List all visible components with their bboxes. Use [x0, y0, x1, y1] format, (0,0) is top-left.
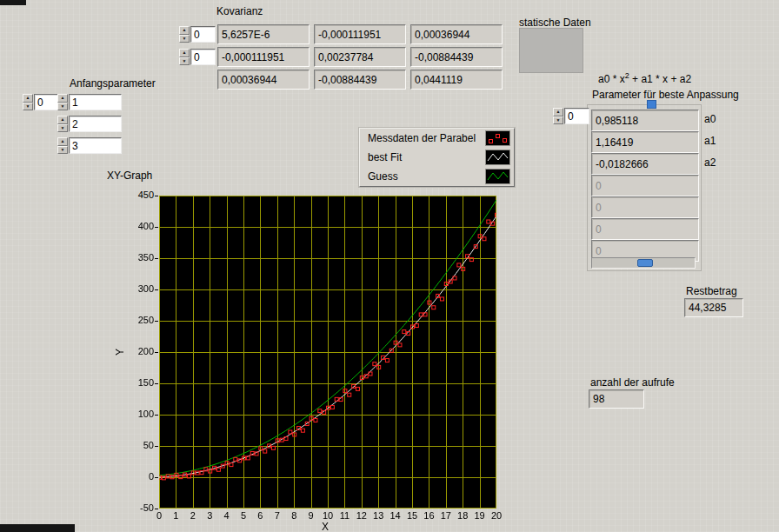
legend-label: Messdaten der Parabel [368, 132, 485, 144]
kovarianz-col-index-control[interactable]: ▲ ▼ 0 [179, 49, 216, 65]
anfangsparameter-item-2[interactable]: ▲ ▼ 3 [57, 137, 122, 154]
decrement-icon[interactable]: ▼ [179, 35, 190, 43]
window-corner-artifact-bottom [0, 524, 75, 532]
kovarianz-col-index-spinner[interactable]: ▲ ▼ [179, 49, 190, 65]
kovarianz-cell: -0,000111951 [217, 47, 310, 67]
y-tick-label: 450 [128, 190, 154, 201]
best-fit-value-a2: -0,0182666 [591, 153, 699, 175]
anfangsparameter-item-2-spinner[interactable]: ▲ ▼ [57, 137, 68, 154]
x-axis-label: X [322, 521, 329, 532]
kovarianz-cell: 0,00237784 [314, 47, 406, 67]
best-fit-value-unused: 0 [591, 175, 699, 196]
best-fit-index-spinner[interactable]: ▲ ▼ [553, 108, 563, 124]
anfangsparameter-item-1[interactable]: ▲ ▼ 2 [57, 116, 122, 132]
kovarianz-cell: 0,0441119 [410, 70, 503, 90]
legend-label: best Fit [368, 151, 485, 163]
anfangsparameter-index-spinner[interactable]: ▲ ▼ [23, 94, 33, 110]
best-fit-value-unused: 0 [591, 196, 699, 218]
legend-row-best-fit[interactable]: best Fit [360, 148, 514, 167]
y-tick-label: 200 [128, 346, 154, 357]
aufrufe-label: anzahl der aufrufe [590, 376, 675, 389]
anfangsparameter-item-0[interactable]: ▲ ▼ 1 [57, 94, 122, 110]
kovarianz-matrix: 5,6257E-6 -0,000111951 0,00036944 -0,000… [217, 24, 503, 90]
x-tick-label: 20 [487, 510, 506, 522]
best-fit-index-control[interactable]: ▲ ▼ 0 [553, 108, 589, 124]
increment-icon[interactable]: ▲ [179, 49, 190, 57]
y-tick-label: 350 [128, 252, 154, 263]
best-fit-value-a1: 1,16419 [591, 131, 699, 153]
y-tick-label: 400 [128, 221, 154, 232]
y-tick-mark [155, 383, 158, 384]
anfangsparameter-label: Anfangsparameter [70, 77, 156, 90]
aufrufe-value: 98 [589, 389, 644, 409]
line-plot-style-icon[interactable] [485, 169, 510, 184]
y-tick-mark [155, 352, 158, 353]
legend-row-guess[interactable]: Guess [360, 167, 514, 186]
best-fit-value-a0: 0,985118 [591, 110, 699, 131]
kovarianz-cell: -0,00884439 [314, 70, 406, 90]
anfangsparameter-item-2-input[interactable]: 3 [69, 137, 122, 154]
y-tick-mark [155, 321, 158, 322]
y-tick-mark [155, 289, 158, 290]
kovarianz-cell: 0,00036944 [217, 70, 310, 90]
anfangsparameter-index-control[interactable]: ▲ ▼ 0 [23, 94, 59, 110]
kovarianz-cell: -0,00884439 [410, 47, 503, 67]
array-scroll-indicator[interactable] [647, 100, 656, 109]
labview-front-panel: Kovarianz ▲ ▼ 0 ▲ ▼ 0 5,6257E-6 -0,00011… [0, 0, 779, 532]
y-tick-label: 300 [128, 283, 154, 295]
xy-graph-title: XY-Graph [107, 170, 152, 182]
y-tick-mark [155, 509, 158, 509]
increment-icon[interactable]: ▲ [57, 137, 68, 146]
decrement-icon[interactable]: ▼ [57, 103, 68, 111]
xy-graph-plot-area [159, 196, 496, 509]
increment-icon[interactable]: ▲ [57, 94, 68, 103]
anfangsparameter-index-value[interactable]: 0 [34, 94, 59, 110]
restbetrag-value: 44,3285 [684, 298, 743, 317]
kovarianz-cell: 5,6257E-6 [217, 24, 310, 44]
y-tick-mark [155, 258, 158, 259]
decrement-icon[interactable]: ▼ [553, 116, 563, 125]
y-tick-mark [155, 446, 158, 447]
best-fit-index-value[interactable]: 0 [564, 108, 589, 124]
scrollbar-thumb[interactable] [637, 259, 653, 267]
kovarianz-row-index-control[interactable]: ▲ ▼ 0 [179, 26, 216, 43]
y-tick-mark [155, 477, 158, 478]
kovarianz-col-index-value[interactable]: 0 [190, 49, 216, 65]
line-plot-style-icon[interactable] [485, 150, 510, 165]
increment-icon[interactable]: ▲ [553, 108, 563, 116]
best-fit-array-scrollbar[interactable] [591, 257, 696, 269]
increment-icon[interactable]: ▲ [57, 116, 68, 124]
decrement-icon[interactable]: ▼ [57, 124, 68, 133]
row-label-a1: a1 [704, 135, 716, 147]
decrement-icon[interactable]: ▼ [23, 103, 33, 111]
anfangsparameter-item-1-spinner[interactable]: ▲ ▼ [57, 116, 68, 132]
y-tick-mark [155, 227, 158, 228]
anfangsparameter-item-0-spinner[interactable]: ▲ ▼ [57, 94, 68, 110]
decrement-icon[interactable]: ▼ [179, 57, 190, 66]
scatter-plot-style-icon[interactable] [485, 130, 510, 146]
plot-legend: Messdaten der Parabel best Fit Guess [359, 128, 515, 187]
best-fit-value-unused: 0 [591, 218, 699, 240]
y-tick-mark [155, 196, 158, 196]
y-tick-label: 250 [128, 315, 154, 326]
increment-icon[interactable]: ▲ [179, 26, 190, 35]
y-tick-label: 150 [128, 377, 154, 389]
increment-icon[interactable]: ▲ [23, 94, 33, 103]
restbetrag-label: Restbetrag [686, 285, 737, 297]
kovarianz-row-index-value[interactable]: 0 [190, 26, 216, 43]
anfangsparameter-item-0-input[interactable]: 1 [69, 94, 122, 110]
kovarianz-label: Kovarianz [216, 5, 263, 17]
legend-row-messdaten[interactable]: Messdaten der Parabel [360, 129, 514, 148]
best-fit-params-label: Parameter für beste Anpassung [592, 89, 739, 101]
legend-label: Guess [368, 170, 485, 183]
kovarianz-row-index-spinner[interactable]: ▲ ▼ [179, 26, 190, 43]
kovarianz-cell: -0,000111951 [314, 24, 406, 44]
anfangsparameter-item-1-input[interactable]: 2 [69, 116, 122, 132]
y-axis-label: Y [114, 349, 126, 356]
y-tick-label: 50 [128, 440, 154, 451]
decrement-icon[interactable]: ▼ [57, 146, 68, 155]
statische-daten-label: statische Daten [519, 17, 591, 29]
formula-label: a0 * x2 + a1 * x + a2 [598, 70, 691, 85]
y-tick-label: 100 [128, 409, 154, 420]
window-corner-artifact-top [0, 0, 26, 5]
